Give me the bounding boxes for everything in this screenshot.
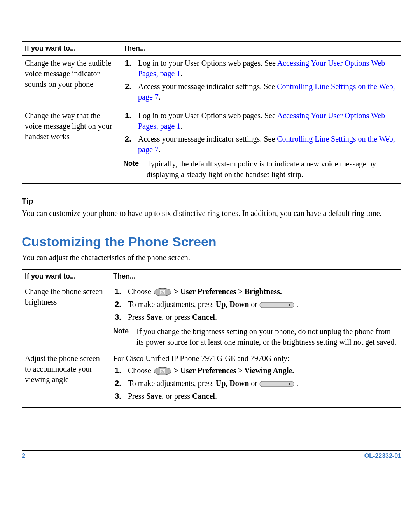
table1-header-then: Then... xyxy=(120,42,402,56)
settings-icon xyxy=(153,288,172,296)
table1-row0-step1: Log in to your User Options web pages. S… xyxy=(134,58,398,81)
table2-row0-step2: To make adjustments, press Up, Down or . xyxy=(124,299,398,312)
table2-row0-then: Choose > User Preferences > Brightness. … xyxy=(110,284,402,351)
svg-rect-5 xyxy=(289,304,290,306)
note-label: Note xyxy=(113,326,129,347)
table2-row1-then: For Cisco Unified IP Phone 7971G-GE and … xyxy=(110,351,402,407)
table1-header-want: If you want to... xyxy=(22,42,120,56)
svg-rect-11 xyxy=(289,383,290,385)
table2-header-then: Then... xyxy=(110,270,402,284)
svg-rect-3 xyxy=(263,305,266,305)
table2-row0-want: Change the phone screen brightness xyxy=(22,284,110,351)
table2-row1-step3: Press Save, or press Cancel. xyxy=(124,391,398,404)
table1-row0-want: Change the way the audible voice message… xyxy=(22,56,120,108)
table2-row1-step1: Choose > User Preferences > Viewing Angl… xyxy=(124,365,398,378)
svg-rect-9 xyxy=(263,384,266,384)
volume-rocker-icon xyxy=(259,380,294,388)
table1-row1-step2: Access your message indicator settings. … xyxy=(134,134,398,157)
table2-header-want: If you want to... xyxy=(22,270,110,284)
page-footer: 2 OL-22332-01 xyxy=(22,450,401,459)
note-body: Typically, the default system policy is … xyxy=(147,159,398,180)
table2-row0-note: Note If you change the brightness settin… xyxy=(113,326,398,347)
table2-row1-step2: To make adjustments, press Up, Down or . xyxy=(124,378,398,391)
note-label: Note xyxy=(123,159,139,180)
procedure-table-2: If you want to... Then... Change the pho… xyxy=(22,269,401,407)
table1-row0-then: Log in to your User Options web pages. S… xyxy=(120,56,402,108)
page-number: 2 xyxy=(22,452,25,459)
tip-heading: Tip xyxy=(22,197,401,206)
document-page: If you want to... Then... Change the way… xyxy=(0,0,420,510)
table2-row1-want: Adjust the phone screen to accommodate y… xyxy=(22,351,110,407)
tip-body: You can customize your phone to have up … xyxy=(22,208,401,219)
section-intro: You can adjust the characteristics of th… xyxy=(22,253,401,262)
table1-row1-step1: Log in to your User Options web pages. S… xyxy=(134,110,398,134)
svg-point-0 xyxy=(154,288,171,296)
table1-row1-note: Note Typically, the default system polic… xyxy=(123,159,398,180)
volume-rocker-icon xyxy=(259,301,294,309)
procedure-table-1: If you want to... Then... Change the way… xyxy=(22,41,401,184)
table2-row0-step1: Choose > User Preferences > Brightness. xyxy=(124,286,398,299)
table2-row0-step3: Press Save, or press Cancel. xyxy=(124,312,398,325)
table1-row0-step2: Access your message indicator settings. … xyxy=(134,81,398,105)
table1-row1-then: Log in to your User Options web pages. S… xyxy=(120,108,402,184)
settings-icon xyxy=(153,367,172,375)
note-body: If you change the brightness setting on … xyxy=(136,326,398,347)
table2-row1-intro: For Cisco Unified IP Phone 7971G-GE and … xyxy=(113,353,398,364)
table1-row1-want: Change the way that the voice message li… xyxy=(22,108,120,184)
svg-point-6 xyxy=(154,367,171,375)
document-id: OL-22332-01 xyxy=(364,452,401,459)
section-heading: Customizing the Phone Screen xyxy=(22,234,401,249)
